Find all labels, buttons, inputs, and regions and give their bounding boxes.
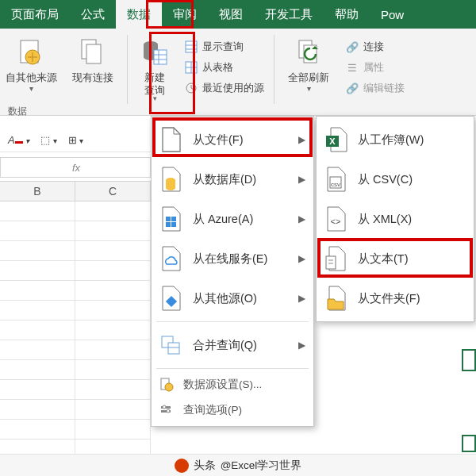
- svg-rect-30: [166, 222, 171, 227]
- recent-sources-label: 最近使用的源: [202, 81, 264, 95]
- existing-connections-button[interactable]: 现有连接: [62, 32, 124, 115]
- font-color-button[interactable]: A ▾: [8, 134, 29, 147]
- from-xml-item[interactable]: <> 从 XML(X): [317, 199, 474, 239]
- ribbon-body: 自其他来源 ▾ 现有连接 新建 查询 ▾ 显示查询 从表格 最近使用的源: [0, 29, 476, 116]
- separator: [274, 35, 274, 104]
- tab-view[interactable]: 视图: [208, 0, 254, 29]
- tab-review[interactable]: 审阅: [162, 0, 208, 29]
- new-query-button[interactable]: 新建 查询 ▾: [131, 32, 178, 115]
- chevron-right-icon: ▶: [298, 253, 305, 264]
- from-text-item[interactable]: 从文本(T): [317, 239, 474, 278]
- properties-label: 属性: [363, 60, 384, 75]
- tab-page-layout[interactable]: 页面布局: [0, 0, 70, 29]
- tab-dev[interactable]: 开发工具: [254, 0, 324, 29]
- avatar-icon: [175, 459, 189, 473]
- from-workbook-item[interactable]: X 从工作簿(W): [317, 120, 474, 159]
- show-queries-label: 显示查询: [202, 40, 244, 54]
- new-query-icon: [139, 36, 171, 68]
- diamond-icon: [158, 285, 185, 312]
- properties-icon: ☰: [346, 61, 359, 74]
- svg-rect-31: [171, 222, 176, 227]
- query-options-label: 查询选项(P): [183, 403, 242, 417]
- tab-formulas[interactable]: 公式: [70, 0, 116, 29]
- options-icon: [158, 401, 175, 419]
- svg-rect-13: [186, 41, 197, 52]
- formula-bar[interactable]: fx: [0, 157, 151, 178]
- from-online-item[interactable]: 从在线服务(E) ▶: [152, 239, 313, 278]
- fx-label: fx: [72, 162, 80, 174]
- svg-rect-28: [166, 217, 171, 221]
- connections-button[interactable]: 🔗 连接: [340, 36, 411, 57]
- from-csv-item[interactable]: csv 从 CSV(C): [317, 159, 474, 199]
- svg-line-21: [191, 88, 194, 90]
- from-other-sources-label: 自其他来源: [6, 71, 57, 84]
- cloud-icon: [158, 245, 185, 272]
- xml-icon: <>: [323, 205, 350, 232]
- from-folder-label: 从文件夹(F): [358, 291, 420, 306]
- from-azure-label: 从 Azure(A): [193, 212, 253, 227]
- from-other-label: 从其他源(O): [193, 291, 257, 306]
- database-icon: [158, 166, 185, 193]
- other-sources-icon: [15, 36, 47, 68]
- mini-toolbar: A ▾ ⬚ ▾ ⊞ ▾: [0, 129, 151, 152]
- from-folder-item[interactable]: 从文件夹(F): [317, 278, 474, 318]
- col-b[interactable]: B: [0, 182, 75, 201]
- refresh-icon: [293, 36, 324, 68]
- from-online-label: 从在线服务(E): [193, 251, 267, 267]
- query-options-item[interactable]: 查询选项(P): [152, 397, 313, 423]
- from-other-item[interactable]: 从其他源(O) ▶: [152, 278, 313, 318]
- from-database-label: 从数据库(D): [193, 172, 256, 187]
- from-csv-label: 从 CSV(C): [358, 172, 413, 187]
- tab-help[interactable]: 帮助: [324, 0, 370, 29]
- ribbon-tabs: 页面布局 公式 数据 审阅 视图 开发工具 帮助 Pow: [0, 0, 476, 29]
- azure-icon: [158, 205, 185, 232]
- show-queries-button[interactable]: 显示查询: [178, 36, 271, 57]
- csv-icon: csv: [323, 166, 350, 193]
- edit-links-label: 编辑链接: [363, 81, 405, 95]
- footer-credit: 头条 @Excel学习世界: [0, 454, 476, 476]
- refresh-all-button[interactable]: 全部刷新 ▾: [278, 32, 340, 115]
- from-text-label: 从文本(T): [358, 251, 409, 267]
- from-workbook-label: 从工作簿(W): [358, 132, 424, 148]
- svg-text:csv: csv: [331, 181, 340, 188]
- from-file-label: 从文件(F): [193, 132, 244, 148]
- from-xml-label: 从 XML(X): [358, 212, 412, 227]
- worksheet-grid[interactable]: [0, 202, 151, 454]
- recent-sources-button[interactable]: 最近使用的源: [178, 78, 271, 98]
- connections-label: 连接: [363, 40, 384, 54]
- from-other-sources-button[interactable]: 自其他来源 ▾: [0, 32, 62, 115]
- tab-power[interactable]: Pow: [370, 0, 415, 29]
- from-database-item[interactable]: 从数据库(D) ▶: [152, 159, 313, 199]
- text-icon: [323, 245, 350, 272]
- selected-cell: [462, 349, 476, 371]
- existing-connections-label: 现有连接: [72, 71, 113, 84]
- col-c[interactable]: C: [75, 182, 151, 201]
- merge-icon: [158, 332, 185, 359]
- svg-point-27: [166, 186, 175, 190]
- footer-prefix: 头条: [194, 459, 216, 473]
- merge-queries-item[interactable]: 合并查询(Q) ▶: [152, 325, 313, 365]
- chevron-right-icon: ▶: [298, 340, 305, 351]
- footer-account: @Excel学习世界: [221, 459, 302, 473]
- tab-data[interactable]: 数据: [116, 0, 162, 29]
- ribbon-group-label: 数据: [8, 105, 27, 118]
- file-icon: [158, 126, 185, 153]
- data-source-settings-item[interactable]: 数据源设置(S)...: [152, 372, 313, 397]
- menu-separator: [156, 321, 309, 322]
- separator: [127, 35, 128, 104]
- selected-cell-2: [462, 435, 476, 452]
- edit-links-icon: 🔗: [346, 82, 359, 94]
- from-azure-item[interactable]: 从 Azure(A) ▶: [152, 199, 313, 239]
- toolbar-dd2[interactable]: ⊞ ▾: [68, 134, 84, 146]
- chevron-right-icon: ▶: [298, 174, 305, 185]
- chevron-right-icon: ▶: [298, 213, 305, 225]
- chevron-right-icon: ▶: [298, 134, 305, 145]
- from-file-item[interactable]: 从文件(F) ▶: [152, 120, 313, 159]
- svg-point-40: [163, 405, 166, 409]
- link-icon: 🔗: [346, 40, 359, 53]
- svg-rect-29: [171, 217, 176, 221]
- toolbar-dd1[interactable]: ⬚ ▾: [40, 134, 57, 146]
- get-transform-small-group: 显示查询 从表格 最近使用的源: [178, 32, 271, 115]
- from-table-button[interactable]: 从表格: [178, 57, 271, 78]
- menu-separator: [156, 368, 309, 369]
